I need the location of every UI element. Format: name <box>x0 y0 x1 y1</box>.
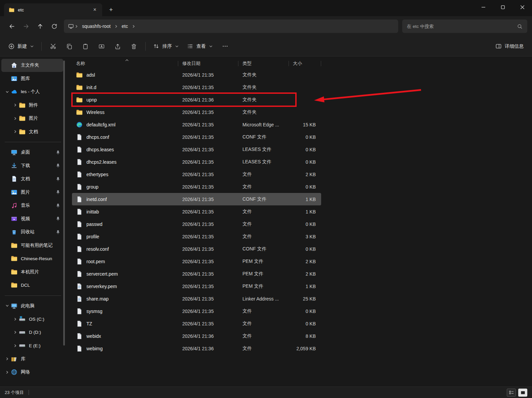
sidebar-item-attachments[interactable]: 附件 <box>1 99 63 112</box>
file-name: root.pem <box>86 259 105 264</box>
chevron-right-icon[interactable] <box>3 370 11 374</box>
sidebar-item-onedrive-pictures[interactable]: 图片 <box>1 112 63 125</box>
column-header-date[interactable]: 修改日期 <box>178 58 238 69</box>
paste-button[interactable] <box>78 40 93 53</box>
sidebar-item-home[interactable]: 主文件夹 <box>1 59 63 72</box>
chevron-down-icon[interactable] <box>3 304 11 308</box>
folder-icon <box>9 7 14 13</box>
sidebar-item-videos[interactable]: 视频 <box>1 212 63 226</box>
sidebar-item-music[interactable]: 音乐 <box>1 199 63 212</box>
sidebar-item-chinese-resun[interactable]: Chinese-Resun <box>1 252 63 265</box>
maximize-button[interactable] <box>493 0 512 14</box>
file-row-inetd.conf[interactable]: inetd.conf2026/4/1 21:35CONF 文件1 KB <box>72 193 321 205</box>
sidebar-item-pictures[interactable]: 图片 <box>1 186 63 199</box>
new-button[interactable]: 新建 <box>5 40 38 53</box>
file-row-share.map[interactable]: share.map2026/4/1 21:35Linker Address ..… <box>72 292 321 305</box>
file-row-group[interactable]: group2026/4/1 21:35文件0 KB <box>72 181 321 193</box>
file-type-cell: 文件 <box>238 184 289 190</box>
sidebar-item-this-pc[interactable]: 此电脑 <box>1 300 63 313</box>
sidebar-item-onedrive[interactable]: les - 个人 <box>1 85 63 98</box>
large-icons-view-toggle[interactable] <box>518 389 527 397</box>
sidebar-divider <box>5 295 61 296</box>
file-row-Wireless[interactable]: Wireless2026/4/1 21:35文件夹 <box>72 106 321 118</box>
share-button[interactable] <box>110 40 125 53</box>
refresh-button[interactable] <box>47 20 61 32</box>
back-button[interactable] <box>5 20 19 32</box>
file-icon <box>76 333 83 340</box>
chevron-right-icon[interactable] <box>11 130 19 133</box>
sidebar-item-dcl[interactable]: DCL <box>1 279 63 292</box>
sort-button[interactable]: 排序 <box>149 40 183 53</box>
file-name-cell: dhcps.conf <box>72 134 178 141</box>
sidebar-item-gallery[interactable]: 图库 <box>1 72 63 85</box>
sidebar-item-useful-notes[interactable]: 可能有用的笔记 <box>1 239 63 252</box>
tab-etc[interactable]: etc × <box>4 3 102 16</box>
file-row-inittab[interactable]: inittab2026/4/1 21:35文件1 KB <box>72 205 321 218</box>
new-tab-button[interactable]: + <box>106 5 116 15</box>
file-row-dhcps.leases[interactable]: dhcps.leases2026/4/1 21:35LEASES 文件0 KB <box>72 143 321 156</box>
file-type-cell: CONF 文件 <box>238 134 289 140</box>
minimize-button[interactable] <box>473 0 493 14</box>
details-view-toggle[interactable] <box>507 389 516 397</box>
sidebar-item-documents[interactable]: 文档 <box>1 172 63 186</box>
sidebar-item-local-photos[interactable]: 本机照片 <box>1 266 63 279</box>
file-row-ethertypes[interactable]: ethertypes2026/4/1 21:35文件2 KB <box>72 168 321 181</box>
sidebar-item-onedrive-documents[interactable]: 文档 <box>1 125 63 138</box>
file-row-serverkey.pem[interactable]: serverkey.pem2026/4/1 21:35PEM 文件1 KB <box>72 280 321 292</box>
column-header-name[interactable]: 名称 <box>72 58 178 69</box>
file-row-dhcps.conf[interactable]: dhcps.conf2026/4/1 21:35CONF 文件0 KB <box>72 131 321 143</box>
file-row-sysmsg[interactable]: sysmsg2026/4/1 21:35文件0 KB <box>72 305 321 317</box>
file-row-passwd[interactable]: passwd2026/4/1 21:35文件0 KB <box>72 218 321 230</box>
chevron-right-icon[interactable] <box>11 103 19 107</box>
sidebar-item-desktop[interactable]: 桌面 <box>1 146 63 159</box>
file-row-init.d[interactable]: init.d2026/4/1 21:35文件夹 <box>72 81 321 93</box>
pin-icon <box>55 230 61 235</box>
sidebar-item-e-drive[interactable]: E (E:) <box>1 339 63 352</box>
column-header-type[interactable]: 类型 <box>238 58 289 69</box>
search-input[interactable] <box>407 24 514 29</box>
sidebar-scrollbar[interactable] <box>63 61 65 346</box>
breadcrumb-item-1[interactable]: etc <box>119 22 131 31</box>
file-row-upnp[interactable]: upnp2026/4/1 21:36文件夹 <box>72 93 321 106</box>
chevron-right-icon[interactable] <box>11 330 19 334</box>
file-row-dhcps2.leases[interactable]: dhcps2.leases2026/4/1 21:35LEASES 文件0 KB <box>72 156 321 168</box>
file-row-adsl[interactable]: adsl2026/4/1 21:35文件夹 <box>72 69 321 81</box>
sidebar-item-library[interactable]: 库 <box>1 353 63 366</box>
column-header-size[interactable]: 大小 <box>289 58 321 69</box>
chevron-right-icon[interactable] <box>11 317 19 321</box>
more-options-button[interactable] <box>217 40 233 53</box>
sidebar-item-recycle-bin[interactable]: 回收站 <box>1 226 63 239</box>
file-name: serverkey.pem <box>86 284 117 289</box>
file-row-profile[interactable]: profile2026/4/1 21:35文件3 KB <box>72 230 321 243</box>
file-row-servercert.pem[interactable]: servercert.pem2026/4/1 21:35PEM 文件2 KB <box>72 268 321 280</box>
sidebar-item-d-drive[interactable]: D (D:) <box>1 326 63 339</box>
forward-button[interactable] <box>19 20 33 32</box>
sidebar-item-os-c[interactable]: OS (C:) <box>1 313 63 326</box>
file-row-resolv.conf[interactable]: resolv.conf2026/4/1 21:35CONF 文件0 KB <box>72 243 321 255</box>
copy-button[interactable] <box>62 40 77 53</box>
delete-button[interactable] <box>126 40 142 53</box>
sidebar-item-downloads[interactable]: 下载 <box>1 159 63 172</box>
chevron-down-icon[interactable] <box>3 90 11 94</box>
breadcrumb-item-0[interactable]: squashfs-root <box>79 22 114 31</box>
home-icon <box>11 62 17 69</box>
file-row-webimg[interactable]: webimg2026/4/1 21:36文件2,059 KB <box>72 342 321 355</box>
view-button[interactable]: 查看 <box>183 40 217 53</box>
file-row-webidx[interactable]: webidx2026/4/1 21:36文件8 KB <box>72 330 321 342</box>
rename-button[interactable] <box>94 40 109 53</box>
chevron-right-icon[interactable] <box>3 357 11 361</box>
chevron-right-icon[interactable] <box>11 344 19 348</box>
sidebar-item-network[interactable]: 网络 <box>1 366 63 379</box>
details-pane-button[interactable]: 详细信息 <box>492 40 527 53</box>
chevron-right-icon[interactable] <box>11 117 19 120</box>
chevron-down-icon <box>175 44 179 48</box>
close-button[interactable] <box>512 0 532 14</box>
search-icon[interactable] <box>517 24 523 29</box>
file-row-defaultcfg.xml[interactable]: defaultcfg.xml2026/4/1 21:35Microsoft Ed… <box>72 118 321 131</box>
up-button[interactable] <box>33 20 47 32</box>
tab-close-icon[interactable]: × <box>91 6 99 14</box>
file-row-TZ[interactable]: TZ2026/4/1 21:35文件0 KB <box>72 317 321 330</box>
file-date-cell: 2026/4/1 21:35 <box>178 147 238 152</box>
file-row-root.pem[interactable]: root.pem2026/4/1 21:35PEM 文件2 KB <box>72 255 321 268</box>
cut-button[interactable] <box>45 40 61 53</box>
